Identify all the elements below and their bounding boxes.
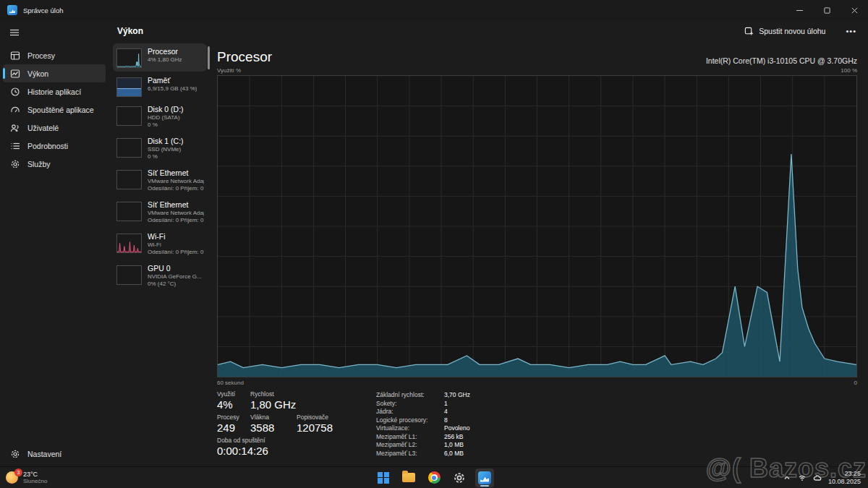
tray-date: 10.08.2025 [828, 478, 861, 486]
cloud-icon[interactable] [813, 474, 822, 482]
file-explorer-button[interactable] [399, 468, 418, 487]
perf-card-memory[interactable]: Paměť 6,9/15,9 GB (43 %) [113, 72, 207, 100]
perf-card-line: VMware Network Adapt [148, 210, 204, 217]
chrome-icon [428, 471, 441, 484]
spec-value: 1 [444, 400, 470, 408]
perf-card-line: Odesílání: 0 Příjem: 0 kb [148, 217, 204, 224]
ethernet2-mini-chart [116, 202, 142, 221]
uptime-value: 0:00:14:26 [217, 445, 268, 457]
x-axis-window-label: 60 sekund [217, 380, 244, 386]
perf-card-line: 4% 1,80 GHz [148, 56, 182, 64]
notification-badge: 3 [14, 468, 22, 476]
performance-list: Procesor 4% 1,80 GHz Paměť 6,9/15,9 GB (… [109, 42, 210, 466]
tray-expand-chevron-icon[interactable] [783, 474, 791, 482]
perf-card-line: Wi-Fi [148, 241, 204, 249]
processes-icon [10, 51, 20, 61]
start-button[interactable] [374, 468, 393, 487]
perf-card-title: Procesor [148, 47, 182, 56]
perf-card-title: Disk 1 (C:) [148, 137, 184, 146]
spec-value: 6,0 MB [444, 450, 470, 458]
perf-card-wifi[interactable]: Wi-Fi Wi-Fi Odesílání: 0 Příjem: 0 kb [113, 228, 207, 260]
spec-value: 8 [444, 416, 470, 425]
settings-label: Nastavení [27, 450, 61, 458]
spec-label: Mezipaměť L2: [376, 441, 440, 450]
sidebar-item-users[interactable]: Uživatelé [3, 119, 106, 137]
clock[interactable]: 23:25 10.08.2025 [828, 470, 861, 485]
users-icon [10, 123, 20, 133]
cpu-spec-table: Základní rychlost:3,70 GHzSokety:1Jádra:… [376, 391, 470, 459]
perf-card-cpu[interactable]: Procesor 4% 1,80 GHz [113, 43, 207, 72]
sidebar-item-label: Procesy [27, 51, 55, 60]
sidebar-item-details[interactable]: Podrobnosti [3, 137, 106, 155]
perf-card-line: NVIDIA GeForce G... [148, 273, 202, 281]
weather-widget[interactable]: 3 23°C Slunečno [6, 471, 47, 485]
wifi-icon[interactable] [798, 474, 807, 482]
wifi-mini-chart [116, 234, 142, 253]
history-icon [10, 87, 20, 97]
perf-card-line: Odesílání: 0 Příjem: 0 kb [148, 185, 204, 192]
performance-icon [10, 69, 20, 79]
handles-value: 120758 [297, 421, 349, 434]
sidebar-item-performance[interactable]: Výkon [3, 64, 106, 82]
usage-value: 4% [217, 398, 250, 411]
weather-temp: 23°C [23, 471, 47, 478]
x-axis-zero-label: 0 [854, 380, 857, 386]
close-button[interactable] [841, 0, 868, 20]
new-task-icon [744, 27, 754, 36]
perf-card-line: HDD (SATA) [148, 114, 184, 121]
usage-label: Využití [217, 390, 250, 398]
perf-card-ethernet1[interactable]: Síť Ethernet VMware Network Adapt Odesíl… [113, 165, 207, 196]
spec-label: Mezipaměť L1: [376, 433, 440, 442]
sidebar-item-app-history[interactable]: Historie aplikací [3, 82, 106, 100]
sidebar-item-startup-apps[interactable]: Spouštěné aplikace [3, 100, 106, 119]
settings-button[interactable] [450, 468, 469, 487]
sidebar-item-label: Spouštěné aplikace [27, 106, 94, 114]
chrome-button[interactable] [425, 468, 443, 487]
spec-label: Virtualizace: [376, 424, 440, 433]
task-manager-app-icon [7, 5, 17, 15]
details-icon [10, 141, 20, 151]
startup-icon [10, 105, 20, 115]
ethernet1-mini-chart [116, 170, 142, 189]
spec-label: Základní rychlost: [376, 391, 440, 400]
run-new-task-label: Spustit novou úlohu [759, 27, 825, 35]
perf-card-disk1[interactable]: Disk 1 (C:) SSD (NVMe) 0 % [113, 133, 207, 164]
perf-card-line: Odesílání: 0 Příjem: 0 kb [148, 249, 204, 256]
perf-card-title: Síť Ethernet [148, 200, 204, 210]
sidebar-item-label: Historie aplikací [27, 87, 81, 96]
menu-button[interactable] [3, 23, 106, 42]
perf-card-gpu[interactable]: GPU 0 NVIDIA GeForce G... 0% (42 °C) [113, 260, 207, 291]
spec-label: Mezipaměť L3: [376, 450, 440, 458]
more-options-button[interactable]: ••• [841, 25, 861, 37]
window-title: Správce úloh [23, 7, 63, 14]
folder-icon [402, 473, 415, 482]
perf-card-line: 6,9/15,9 GB (43 %) [148, 85, 197, 93]
sidebar-item-settings[interactable]: Nastavení [3, 445, 106, 463]
titlebar: Správce úloh [0, 0, 868, 20]
page-title: Výkon [117, 26, 143, 36]
disk0-mini-chart [116, 106, 142, 126]
perf-card-disk0[interactable]: Disk 0 (D:) HDD (SATA) 0 % [113, 101, 207, 132]
hamburger-icon [9, 27, 20, 38]
spec-value: 4 [444, 408, 470, 416]
gear-icon [10, 449, 20, 459]
cpu-detail-pane: Procesor Intel(R) Core(TM) i3-10105 CPU … [210, 42, 868, 466]
minimize-button[interactable] [786, 0, 813, 20]
sidebar-item-label: Výkon [27, 69, 48, 78]
task-manager-button[interactable] [475, 468, 494, 487]
run-new-task-button[interactable]: Spustit novou úlohu [739, 24, 831, 39]
sidebar-item-services[interactable]: Služby [3, 155, 106, 173]
memory-mini-chart [116, 77, 142, 97]
speed-value: 1,80 GHz [250, 398, 323, 411]
taskbar: 3 23°C Slunečno 23:25 10.08.2025 [0, 466, 868, 488]
speed-label: Rychlost [250, 390, 323, 398]
perf-card-title: Wi-Fi [148, 232, 204, 241]
handles-label: Popisovače [297, 413, 349, 421]
threads-label: Vlákna [250, 413, 297, 421]
uptime-label: Doba od spuštění [217, 436, 268, 445]
sidebar-item-label: Uživatelé [27, 124, 59, 132]
sidebar-item-processes[interactable]: Procesy [3, 46, 106, 64]
perf-card-ethernet2[interactable]: Síť Ethernet VMware Network Adapt Odesíl… [113, 197, 207, 228]
scrollbar-thumb[interactable] [208, 46, 210, 69]
maximize-button[interactable] [813, 0, 841, 20]
